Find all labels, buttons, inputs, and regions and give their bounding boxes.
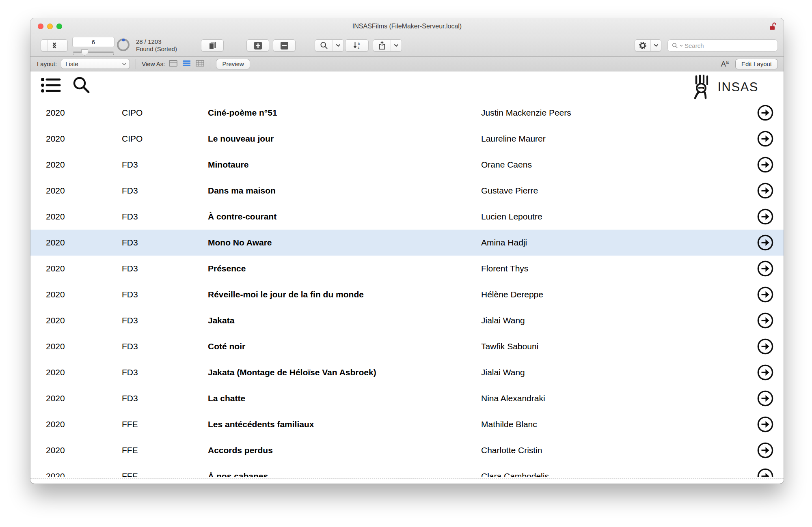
film-row[interactable]: 2020 FD3 Dans ma maison Gustave Pierre [30, 178, 784, 204]
layout-label: Layout: [37, 60, 57, 67]
film-row[interactable]: 2020 FD3 Jakata Jialai Wang [30, 308, 784, 333]
open-record-button[interactable] [757, 260, 774, 277]
preview-button[interactable]: Preview [216, 59, 250, 69]
open-record-button[interactable] [757, 234, 774, 251]
film-row[interactable]: 2020 FD3 La chatte Nina Alexandraki [30, 385, 784, 411]
window-title: INSASFilms (FileMaker-Serveur.local) [30, 18, 784, 34]
arrow-right-circle-icon [757, 416, 774, 433]
film-director: Justin Mackenzie Peers [481, 108, 571, 118]
film-code: CIPO [122, 108, 143, 118]
slider-thumb[interactable] [81, 49, 88, 56]
arrow-right-circle-icon [757, 156, 774, 173]
film-year: 2020 [46, 419, 65, 429]
new-record-button[interactable] [246, 39, 269, 52]
open-record-button[interactable] [757, 130, 774, 147]
film-row[interactable]: 2020 CIPO Ciné-poème n°51 Justin Mackenz… [30, 100, 784, 126]
open-record-button[interactable] [757, 312, 774, 329]
arrow-right-circle-icon [757, 364, 774, 381]
film-director: Clara Cambodelis [481, 471, 549, 477]
film-code: FFE [122, 419, 138, 429]
tools-menu-button[interactable] [650, 40, 661, 51]
share-icon [378, 41, 386, 50]
minus-icon [280, 41, 289, 50]
open-record-button[interactable] [757, 416, 774, 433]
open-record-button[interactable] [757, 364, 774, 381]
film-row[interactable]: 2020 FD3 À contre-courant Lucien Lepoutr… [30, 204, 784, 230]
film-title: Réveille-moi le jour de la fin du monde [208, 290, 364, 299]
film-row[interactable]: 2020 FFE Les antécédents familiaux Mathi… [30, 411, 784, 437]
sort-button[interactable]: a z [345, 39, 369, 52]
arrow-right-circle-icon [757, 442, 774, 459]
search-icon [672, 43, 678, 49]
formatting-bar-toggle[interactable]: Aa [721, 59, 729, 69]
svg-text:a: a [358, 41, 360, 45]
delete-record-button[interactable] [273, 39, 296, 52]
chevron-down-icon [394, 44, 398, 47]
chevron-down-icon [336, 44, 340, 47]
find-button[interactable] [315, 40, 333, 51]
film-title: La chatte [208, 394, 245, 403]
film-row[interactable]: 2020 FFE Accords perdus Charlotte Cristi… [30, 437, 784, 463]
unlocked-padlock-icon [769, 22, 777, 32]
bullet-list-icon [41, 76, 61, 94]
film-row[interactable]: 2020 FD3 Coté noir Tawfik Sabouni [30, 333, 784, 359]
open-record-button[interactable] [757, 468, 774, 477]
film-director: Charlotte Cristin [481, 445, 542, 455]
search-records-button[interactable] [72, 76, 91, 97]
quick-find-field[interactable] [667, 39, 778, 52]
next-record-button[interactable] [48, 40, 61, 51]
view-as-list-button[interactable] [182, 60, 191, 68]
film-row[interactable]: 2020 FD3 Mono No Aware Amina Hadji [30, 230, 784, 256]
open-record-button[interactable] [757, 208, 774, 225]
film-row[interactable]: 2020 FD3 Jakata (Montage de Héloïse Van … [30, 359, 784, 385]
plus-icon [254, 41, 262, 50]
film-row[interactable]: 2020 FD3 Minotaure Orane Caens [30, 152, 784, 178]
film-row[interactable]: 2020 FD3 Présence Florent Thys [30, 256, 784, 282]
film-code: CIPO [122, 134, 143, 144]
film-year: 2020 [46, 316, 65, 325]
show-all-records-button[interactable] [201, 39, 224, 52]
found-pie-indicator[interactable] [117, 39, 130, 51]
open-record-button[interactable] [757, 442, 774, 459]
share-button[interactable] [373, 40, 391, 51]
open-record-button[interactable] [757, 182, 774, 199]
film-year: 2020 [46, 108, 65, 118]
tools-button[interactable] [635, 40, 650, 51]
view-as-form-button[interactable] [169, 60, 177, 68]
film-year: 2020 [46, 290, 65, 299]
film-code: FD3 [122, 186, 138, 196]
film-row[interactable]: 2020 FFE À nos cabanes Clara Cambodelis [30, 463, 784, 477]
open-record-button[interactable] [757, 156, 774, 173]
layout-content: insas INSAS 2020 CIPO Ciné-poème n°51 Ju… [30, 71, 784, 483]
film-year: 2020 [46, 394, 65, 403]
film-title: Mono No Aware [208, 238, 272, 247]
share-menu-button[interactable] [391, 40, 402, 51]
insas-logo-text: insas [698, 87, 703, 89]
film-title: À nos cabanes [208, 471, 268, 477]
svg-text:z: z [358, 45, 360, 49]
open-record-button[interactable] [757, 104, 774, 121]
film-row[interactable]: 2020 FD3 Réveille-moi le jour de la fin … [30, 282, 784, 308]
film-title: Minotaure [208, 160, 248, 170]
edit-layout-button[interactable]: Edit Layout [735, 59, 778, 69]
slider-track [73, 52, 114, 53]
film-year: 2020 [46, 186, 65, 196]
film-row[interactable]: 2020 CIPO Le nouveau jour Laureline Maur… [30, 126, 784, 152]
film-year: 2020 [46, 445, 65, 455]
film-year: 2020 [46, 160, 65, 170]
find-menu-button[interactable] [333, 40, 343, 51]
format-A: A [721, 60, 726, 68]
search-input[interactable] [685, 42, 773, 49]
film-title: Le nouveau jour [208, 134, 274, 144]
film-title: Ciné-poème n°51 [208, 108, 277, 118]
layout-dropdown[interactable]: Liste [61, 59, 130, 69]
open-record-button[interactable] [757, 338, 774, 355]
record-number-field[interactable] [72, 37, 114, 47]
menu-list-button[interactable] [41, 76, 61, 96]
open-record-button[interactable] [757, 390, 774, 407]
open-record-button[interactable] [757, 286, 774, 303]
arrow-right-circle-icon [757, 130, 774, 147]
record-slider[interactable] [72, 49, 114, 55]
view-as-table-button[interactable] [196, 60, 204, 68]
arrow-right-circle-icon [757, 234, 774, 251]
